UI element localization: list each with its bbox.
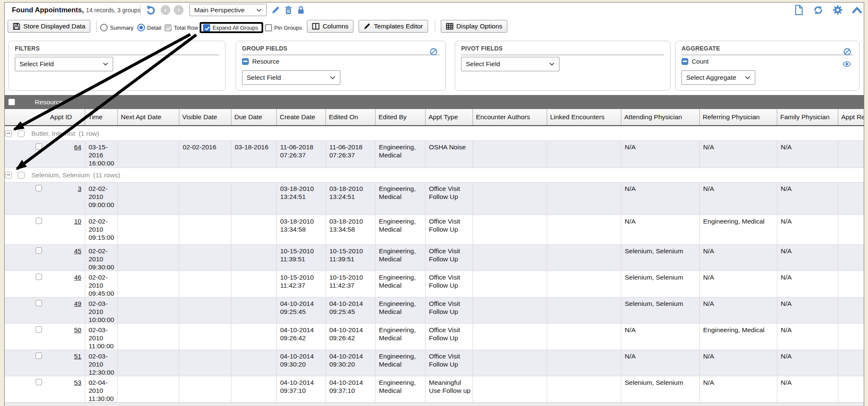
clear-aggregate-icon[interactable] (843, 48, 851, 57)
appt-id-link[interactable]: 45 (74, 247, 81, 255)
column-header-edited-by[interactable]: Edited By (375, 109, 425, 125)
group-expand-checkbox[interactable] (5, 130, 12, 137)
row-checkbox[interactable] (36, 353, 42, 359)
prev-icon[interactable]: ‹ (161, 5, 170, 15)
pin-groups-checkbox[interactable]: Pin Groups (265, 24, 302, 31)
pivot-fields-panel: PIVOT FIELDS Select Field (455, 41, 670, 91)
display-options-button[interactable]: Display Options (441, 20, 508, 33)
eye-icon[interactable] (843, 61, 851, 69)
cell-time: 02-03-2010 11:00:00 (85, 324, 117, 350)
new-document-icon[interactable] (794, 5, 804, 15)
cell-attending-physician: Selenium, Selenium (621, 245, 699, 271)
refresh-icon[interactable] (813, 5, 823, 15)
appt-id-link[interactable]: 46 (74, 274, 81, 281)
expand-all-groups-checkbox[interactable]: Expand All Groups (200, 24, 261, 31)
row-checkbox[interactable] (36, 379, 42, 385)
cell-visible-date (179, 271, 231, 297)
group-expand-checkbox[interactable] (5, 172, 12, 179)
collapse-panel-icon[interactable] (852, 6, 862, 14)
templates-editor-button[interactable]: Templates Editor (359, 20, 428, 33)
cell-edited-on: 04-10-2014 09:30:20 (326, 350, 375, 376)
group-fields-select[interactable]: Select Field (242, 70, 340, 85)
pivot-fields-select[interactable]: Select Field (461, 57, 559, 71)
edit-perspective-icon[interactable] (271, 6, 280, 15)
row-checkbox[interactable] (36, 247, 42, 254)
row-checkbox[interactable] (36, 143, 42, 150)
cell-referring-physician: N/A (699, 245, 777, 271)
next-icon[interactable]: › (174, 5, 184, 15)
column-header-referring-physician[interactable]: Referring Physician (699, 109, 777, 125)
column-header-linked-encounters[interactable]: Linked Encounters (547, 109, 621, 125)
detail-radio[interactable]: Detail (137, 24, 161, 31)
appt-id-link[interactable]: 10 (74, 218, 81, 225)
cell-appt-type: Office Visit Follow Up (425, 324, 473, 350)
row-checkbox[interactable] (36, 300, 42, 306)
column-header-create-date[interactable]: Create Date (276, 109, 326, 125)
column-header-visible-date[interactable]: Visible Date (179, 109, 231, 125)
row-checkbox[interactable] (36, 326, 42, 333)
cell-next-apt-date (117, 182, 179, 215)
undo-icon[interactable] (146, 5, 156, 15)
appt-id-link[interactable]: 64 (74, 143, 81, 151)
cell-time: 02-02-2010 09:00:00 (85, 182, 117, 215)
column-header-time[interactable]: Time (85, 109, 117, 125)
remove-aggregate-icon[interactable] (682, 58, 688, 65)
cell-edited-by: Engineering, Medical (375, 350, 425, 376)
pivot-fields-select-value: Select Field (466, 60, 500, 68)
cell-next-apt-date (117, 245, 179, 271)
column-header-next-apt-date[interactable]: Next Apt Date (117, 109, 179, 125)
pin-groups-checkbox-box[interactable] (265, 24, 272, 31)
perspective-select[interactable]: Main Perspective (189, 4, 267, 16)
table-row: 4502-02-2010 09:30:0010-15-2010 11:39:51… (5, 244, 864, 271)
delete-perspective-icon[interactable] (284, 6, 293, 15)
group-select-checkbox[interactable] (18, 172, 25, 179)
expand-all-groups-checkbox-box[interactable] (203, 24, 210, 31)
detail-radio-circle[interactable] (137, 24, 145, 31)
column-header-family-physician[interactable]: Family Physician (777, 109, 838, 125)
cell-encounter-authors (473, 297, 547, 323)
columns-button[interactable]: Columns (307, 20, 353, 33)
cell-visible-date (179, 215, 231, 244)
remove-field-icon[interactable] (242, 58, 249, 65)
store-displayed-data-button[interactable]: Store Displayed Data (8, 20, 90, 33)
group-select-checkbox[interactable] (18, 130, 25, 137)
row-checkbox[interactable] (36, 218, 42, 224)
filters-select-field[interactable]: Select Field (15, 57, 113, 71)
clear-group-fields-icon[interactable] (430, 48, 437, 57)
appt-id-link[interactable]: 50 (74, 326, 81, 333)
appt-id-link[interactable]: 3 (78, 185, 81, 192)
column-header-appt-id[interactable]: Appt ID (47, 109, 85, 125)
cell-create-date: 03-18-2010 13:24:51 (276, 182, 326, 215)
column-header-edited-on[interactable]: Edited On (326, 109, 375, 125)
cell-appt-type: Office Visit Follow Up (425, 215, 473, 244)
cell-family-physician: N/A (777, 245, 838, 271)
cell-visible-date (179, 376, 231, 402)
column-header-due-date[interactable]: Due Date (231, 109, 276, 125)
summary-radio-circle[interactable] (100, 24, 108, 31)
column-header-attending-physician[interactable]: Attending Physician (621, 109, 699, 125)
column-header-appt-re[interactable]: Appt Re (838, 109, 864, 125)
summary-radio[interactable]: Summary (100, 24, 134, 31)
cell-attending-physician: N/A (621, 215, 699, 244)
templates-editor-label: Templates Editor (374, 22, 423, 30)
cell-next-apt-date (117, 271, 179, 297)
appt-id-link[interactable]: 51 (74, 353, 81, 360)
row-checkbox[interactable] (36, 274, 42, 280)
app-window: Found Appointments, 14 records, 3 groups… (4, 2, 864, 406)
row-checkbox[interactable] (36, 185, 42, 191)
column-header-encounter-authors[interactable]: Encounter Authors (473, 109, 547, 125)
appt-id-link[interactable]: 53 (74, 379, 81, 386)
appt-id-link[interactable]: 49 (74, 300, 81, 307)
select-all-checkbox[interactable] (8, 99, 15, 105)
group-fields-title: GROUP FIELDS (242, 45, 440, 55)
cell-visible-date: 02-02-2016 (179, 141, 231, 168)
cell-create-date: 04-10-2014 09:25:45 (276, 297, 326, 323)
total-row-checkbox-box[interactable] (164, 24, 172, 31)
display-options-label: Display Options (456, 22, 503, 30)
cell-appt-id: 50 (47, 324, 85, 350)
gear-icon[interactable] (833, 5, 843, 15)
lock-perspective-icon[interactable] (297, 6, 305, 15)
column-header-appt-type[interactable]: Appt Type (425, 109, 473, 125)
total-row-checkbox[interactable]: Total Row (164, 24, 198, 31)
aggregate-select[interactable]: Select Aggregate (682, 70, 755, 85)
